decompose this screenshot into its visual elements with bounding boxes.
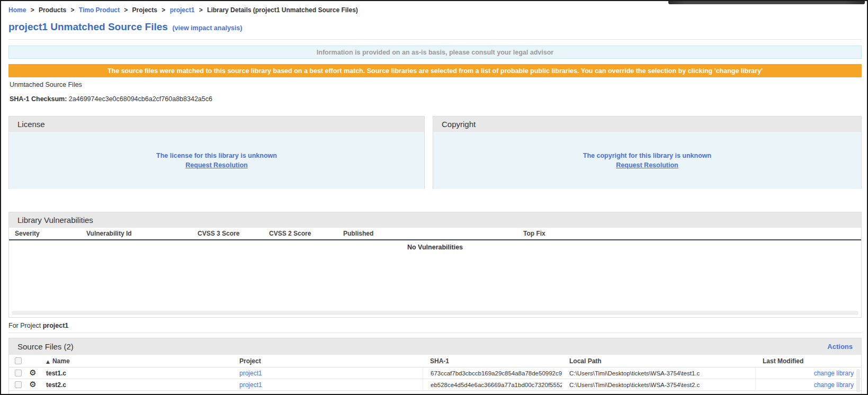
for-project-name: project1 [43, 322, 69, 329]
license-panel: License The license for this library is … [8, 116, 425, 189]
breadcrumb-current-page: Library Details (project1 Unmatched Sour… [207, 6, 358, 14]
change-library-link[interactable]: change library [803, 370, 861, 377]
for-project-line: For Project project1 [8, 322, 68, 329]
file-sha1: 673ccaf7bd3cbccb169a29c854a8a78de50992c9 [423, 367, 562, 379]
select-all-checkbox[interactable] [15, 357, 22, 364]
page-title: project1 Unmatched Source Files [8, 21, 168, 32]
sha1-checksum-line: SHA-1 Checksum: 2a469974ec3e0c68094cb6a2… [10, 95, 212, 103]
cutoff-overlay-fragment [668, 1, 865, 4]
source-file-row: ⚙ test1.c project1 673ccaf7bd3cbccb169a2… [9, 367, 861, 379]
breadcrumb: Home > Products > Timo Product > Project… [8, 6, 358, 14]
copyright-panel-title: Copyright [442, 120, 476, 129]
copyright-request-resolution-link[interactable]: Request Resolution [616, 161, 678, 169]
actions-link[interactable]: Actions [827, 343, 853, 351]
copyright-panel-body: The copyright for this library is unknow… [433, 132, 861, 189]
file-sha1: eb528ce4d5d4e6ac36669a77a1bd00c7320f5552 [423, 379, 562, 390]
source-files-panel-header: Source Files (2) Actions [9, 338, 861, 355]
project-link[interactable]: project1 [232, 381, 423, 389]
info-banner-text: Information is provided on an as-is basi… [317, 49, 553, 56]
column-project: Project [232, 357, 423, 365]
copyright-panel-header: Copyright [433, 116, 861, 132]
warning-banner: The source files were matched to this so… [8, 64, 862, 77]
breadcrumb-project-link[interactable]: project1 [170, 6, 195, 14]
column-cvss2-score: CVSS 2 Score [269, 230, 343, 237]
gear-icon[interactable]: ⚙ [27, 369, 39, 377]
source-file-row: ⚙ test2.c project1 eb528ce4d5d4e6ac36669… [9, 379, 861, 391]
breadcrumb-separator: > [199, 6, 203, 14]
breadcrumb-products: Products [39, 6, 66, 14]
license-panel-body: The license for this library is unknown … [9, 132, 424, 189]
copyright-panel: Copyright The copyright for this library… [433, 116, 862, 189]
column-cvss3-score: CVSS 3 Score [198, 230, 269, 237]
breadcrumb-separator: > [31, 6, 34, 14]
breadcrumb-separator: > [162, 6, 165, 14]
file-local-path: C:\Users\Timi\Desktop\tickets\WSA-3754\t… [562, 382, 755, 388]
breadcrumb-separator: > [70, 6, 74, 14]
gear-icon[interactable]: ⚙ [27, 381, 39, 389]
file-last-modified [755, 367, 803, 379]
title-row: project1 Unmatched Source Files (view im… [8, 21, 242, 33]
license-unknown-message: The license for this library is unknown [156, 152, 277, 159]
row-checkbox[interactable] [15, 370, 22, 376]
no-vulnerabilities-message: No Vulnerabilities [9, 240, 861, 251]
view-impact-analysis-link[interactable]: (view impact analysis) [172, 24, 242, 32]
horizontal-scrollbar[interactable] [12, 311, 858, 315]
breadcrumb-home-link[interactable]: Home [8, 6, 26, 14]
vertical-scrollbar[interactable] [856, 369, 860, 392]
section-divider [8, 333, 862, 333]
library-name-label: Unmtached Source Files [10, 81, 82, 88]
license-panel-title: License [17, 120, 45, 129]
page: Home > Products > Timo Product > Project… [0, 0, 868, 395]
vulnerabilities-table-header: Severity Vulnerability Id CVSS 3 Score C… [9, 228, 861, 240]
file-name: test1.c [39, 370, 232, 377]
column-vulnerability-id: Vulnerability Id [86, 230, 198, 237]
row-checkbox[interactable] [15, 381, 22, 388]
info-banner: Information is provided on an as-is basi… [8, 46, 862, 59]
breadcrumb-separator: > [124, 6, 128, 14]
column-local-path: Local Path [562, 357, 755, 365]
source-files-panel: Source Files (2) Actions ▲Name Project S… [8, 338, 862, 395]
change-library-link[interactable]: change library [803, 381, 861, 389]
project-link[interactable]: project1 [232, 370, 423, 377]
vulnerabilities-panel-title: Library Vulnerabilities [17, 216, 93, 225]
file-local-path: C:\Users\Timi\Desktop\tickets\WSA-3754\t… [562, 370, 755, 376]
vulnerabilities-panel: Library Vulnerabilities Severity Vulnera… [8, 212, 862, 318]
column-sha1: SHA-1 [423, 357, 562, 365]
column-top-fix: Top Fix [523, 230, 861, 237]
title-divider [8, 39, 862, 40]
column-name-sortable[interactable]: ▲Name [39, 357, 232, 365]
file-last-modified [755, 379, 803, 390]
for-project-prefix: For Project [8, 322, 41, 329]
license-panel-header: License [9, 116, 424, 132]
sha1-checksum-value: 2a469974ec3e0c68094cb6a2cf760a8b8342a5c6 [69, 95, 212, 103]
column-name-label: Name [52, 357, 70, 365]
vulnerabilities-panel-header: Library Vulnerabilities [9, 212, 861, 228]
column-severity: Severity [15, 230, 86, 237]
copyright-unknown-message: The copyright for this library is unknow… [583, 152, 711, 159]
column-last-modified: Last Modified [755, 357, 803, 365]
sha1-checksum-label: SHA-1 Checksum: [10, 95, 67, 103]
license-request-resolution-link[interactable]: Request Resolution [185, 161, 247, 169]
column-published: Published [343, 230, 523, 237]
breadcrumb-projects: Projects [132, 6, 157, 14]
source-files-panel-title: Source Files (2) [17, 342, 74, 351]
sort-ascending-icon: ▲ [46, 359, 50, 364]
source-files-table-header: ▲Name Project SHA-1 Local Path Last Modi… [9, 355, 861, 367]
warning-banner-text: The source files were matched to this so… [108, 67, 763, 75]
breadcrumb-product-link[interactable]: Timo Product [79, 6, 120, 14]
file-name: test2.c [39, 381, 232, 389]
